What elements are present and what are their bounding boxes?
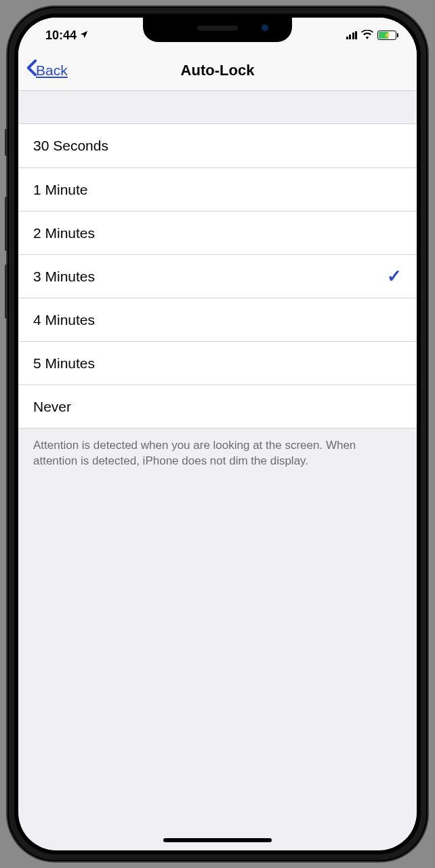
phone-frame: 10:44 ⚡ (7, 7, 428, 861)
section-spacer (18, 91, 417, 123)
screen: 10:44 ⚡ (18, 18, 417, 850)
battery-icon: ⚡ (377, 31, 396, 40)
option-never[interactable]: Never (18, 384, 417, 428)
back-label: Back (36, 62, 68, 79)
option-30-seconds[interactable]: 30 Seconds (18, 124, 417, 167)
status-left: 10:44 (45, 28, 89, 43)
option-label: 1 Minute (33, 182, 88, 198)
autolock-options-list: 30 Seconds 1 Minute 2 Minutes 3 Minutes … (18, 123, 417, 429)
page-title: Auto-Lock (181, 62, 255, 79)
option-2-minutes[interactable]: 2 Minutes (18, 211, 417, 254)
footer-note: Attention is detected when you are looki… (18, 429, 417, 479)
phone-inner: 10:44 ⚡ (14, 14, 421, 854)
notch (143, 18, 292, 42)
option-label: 4 Minutes (33, 312, 95, 328)
option-label: 2 Minutes (33, 225, 95, 241)
wifi-icon (361, 28, 373, 43)
option-1-minute[interactable]: 1 Minute (18, 167, 417, 211)
cellular-signal-icon (346, 31, 358, 39)
back-button[interactable]: Back (26, 59, 68, 81)
location-services-icon (79, 30, 89, 41)
status-time: 10:44 (45, 28, 77, 43)
option-label: Never (33, 399, 71, 415)
option-5-minutes[interactable]: 5 Minutes (18, 341, 417, 384)
home-indicator[interactable] (163, 838, 272, 842)
option-4-minutes[interactable]: 4 Minutes (18, 298, 417, 341)
option-label: 5 Minutes (33, 355, 95, 372)
option-label: 3 Minutes (33, 269, 95, 285)
option-label: 30 Seconds (33, 138, 108, 154)
status-right: ⚡ (346, 28, 397, 43)
option-3-minutes[interactable]: 3 Minutes ✓ (18, 254, 417, 298)
checkmark-icon: ✓ (387, 266, 402, 287)
nav-bar: Back Auto-Lock (18, 50, 417, 91)
